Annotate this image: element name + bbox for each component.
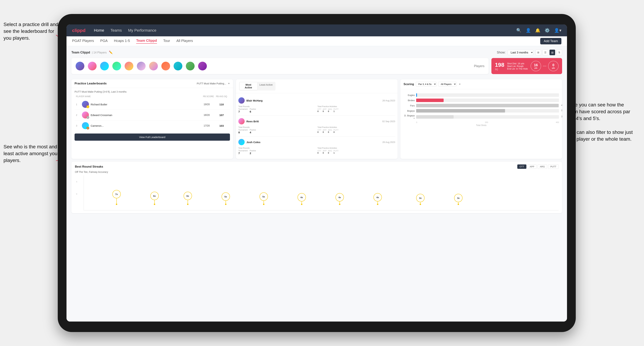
lb-score-2: 18/20 [200, 114, 213, 116]
subnav-hcaps[interactable]: Hcaps 1-5 [114, 39, 130, 43]
add-team-button[interactable]: Add Team [540, 38, 562, 44]
view-icon-filter[interactable]: ⇅ [556, 50, 562, 55]
view-icon-card[interactable]: ▤ [550, 50, 555, 55]
activity-header: Most Active Least Active [236, 79, 398, 93]
par-filter-select[interactable]: Par 3, 4 & 5s Par 3s Par 4s Par 5s [416, 82, 436, 86]
streak-dot-7 [339, 204, 340, 205]
avatar-icon[interactable]: 👤▾ [554, 28, 562, 33]
streaks-subtitle: Off The Tee, Fairway Accuracy [75, 171, 558, 173]
bar-label-dbogeys: D. Bogeys + [404, 114, 415, 120]
bar-chart: Eagles 3 Birdies [404, 92, 559, 128]
streaks-filter-arg[interactable]: ARG [538, 165, 547, 169]
show-select[interactable]: Last 3 months Last 6 months Last year [508, 50, 534, 55]
streaks-title: Best Round Streaks [75, 165, 103, 169]
practice-lb-body: PUTT Must Make Putting (3-6 ft), Last 3 … [72, 88, 233, 143]
subnav-all-players[interactable]: All Players [176, 39, 193, 43]
streak-dot-5 [263, 204, 264, 205]
activity-body: Blair McHarg 26 Aug 2023 Total Rounds To… [236, 93, 398, 159]
scoring-header: Scoring Par 3, 4 & 5s Par 3s Par 4s Par … [400, 79, 562, 89]
practice-lb-title: Practice Leaderboards [74, 82, 106, 85]
lb-rank-2: 2 [76, 114, 80, 116]
chart-x-labels: 0200400 [404, 121, 559, 123]
view-icon-grid[interactable]: ⊞ [536, 50, 541, 55]
player-avatar-9[interactable] [174, 62, 182, 70]
player-avatar-1[interactable] [76, 62, 84, 70]
subnav-tour[interactable]: Tour [163, 39, 170, 43]
annotation-bottom-left: See who is the most and least active amo… [4, 143, 60, 164]
shot-dist: Shot Dist: 16 yds [507, 62, 528, 65]
streaks-filter-app[interactable]: APP [528, 165, 536, 169]
shot-unit: SQ [495, 68, 504, 71]
player-avatar-8[interactable] [161, 62, 170, 70]
players-row: Players [72, 58, 488, 74]
nav-link-teams[interactable]: Teams [110, 28, 122, 33]
settings-icon[interactable]: ⚙️ [544, 28, 550, 33]
shot-circles: 16 yds 0 yds [530, 61, 558, 71]
activity-player-3: Josh Coles 26 Aug 2023 Total Rounds Tour… [238, 137, 395, 157]
streaks-filter-ott[interactable]: OTT [517, 165, 526, 169]
activity-name-2: Rees Britt [246, 120, 380, 123]
subnav-team-clippd[interactable]: Team Clippd [136, 39, 157, 44]
player-avatar-11[interactable] [198, 62, 207, 70]
tab-most-active[interactable]: Most Active [240, 82, 257, 90]
activity-player-1: Blair McHarg 26 Aug 2023 Total Rounds To… [238, 95, 395, 116]
lb-badge-2: 2 [86, 116, 89, 119]
streak-dot-8 [377, 204, 378, 205]
scoring-body: Eagles 3 Birdies [400, 89, 562, 131]
person-icon[interactable]: 👤 [526, 28, 531, 33]
y-label-mid: 0 [76, 193, 77, 195]
streak-bubble-1: 7x [112, 190, 121, 198]
lb-col-name: PLAYER NAME [76, 95, 202, 98]
search-icon[interactable]: 🔍 [516, 28, 522, 33]
shot-number: 198 [495, 62, 504, 68]
streaks-card: Best Round Streaks OTT APP ARG PUTT Off … [72, 162, 562, 213]
shot-circle-2: 0 yds [548, 61, 558, 71]
edit-team-icon[interactable]: ✏️ [109, 51, 113, 54]
bar-row-dbogeys: D. Bogeys + 131 [404, 114, 559, 120]
players-label: Players [474, 64, 484, 68]
nav-link-my-performance[interactable]: My Performance [128, 28, 156, 33]
player-avatar-2[interactable] [88, 62, 96, 70]
nav-link-home[interactable]: Home [94, 28, 104, 33]
y-label-top: 4 [76, 181, 77, 183]
streak-dot-10 [458, 204, 459, 205]
lb-name-1: Richard Butler [91, 103, 199, 106]
lb-row-3: 3 3 Cameron... 17/20 103 [74, 120, 230, 131]
player-filter-select[interactable]: All Players [438, 82, 456, 86]
lb-subtitle: PUTT Must Make Putting (3-6 ft), Last 3 … [74, 90, 230, 93]
view-icon-list[interactable]: ☰ [542, 50, 548, 55]
streak-dot-3 [187, 204, 188, 205]
lb-name-3: Cameron... [91, 124, 199, 127]
streak-bubble-3: 6x [184, 192, 192, 200]
player-avatar-7[interactable] [149, 62, 158, 70]
lb-rank-3: 3 [76, 124, 80, 127]
bar-track-eagles: 3 [416, 93, 559, 97]
streak-line-5 [264, 201, 264, 204]
streak-node-3: 6x [184, 192, 192, 205]
streak-node-10: 3x [454, 194, 462, 205]
view-full-leaderboard-button[interactable]: View Full Leaderboard [74, 134, 230, 141]
streak-bubble-2: 6x [150, 192, 159, 200]
drill-selector[interactable]: PUTT Must Make Putting... ▼ [197, 82, 230, 85]
team-name: Team Clippd [72, 51, 90, 54]
bell-icon[interactable]: 🔔 [535, 28, 540, 33]
player-avatar-5[interactable] [124, 62, 133, 70]
subnav-pgat[interactable]: PGAT Players [72, 39, 94, 43]
bar-label-bogeys: Bogeys [404, 110, 415, 112]
team-player-count: | 14 Players [92, 51, 106, 54]
player-avatar-4[interactable] [112, 62, 121, 70]
subnav-pga[interactable]: PGA [100, 39, 108, 43]
player-avatar-10[interactable] [186, 62, 194, 70]
lb-rank-1: 1 [76, 103, 80, 106]
bar-val-pars: 499 [562, 104, 562, 106]
player-avatar-6[interactable] [137, 62, 146, 70]
streaks-filter-putt[interactable]: PUTT [548, 165, 558, 169]
streak-node-8: 4x [374, 193, 382, 205]
streak-line-6 [302, 201, 302, 204]
streak-line-8 [378, 201, 378, 204]
streak-line-7 [340, 201, 340, 204]
tab-least-active[interactable]: Least Active [257, 82, 275, 90]
lb-col-headers: PLAYER NAME PB SCORE PB AVG SQ [74, 95, 230, 98]
bar-val-dbogeys: 131 [562, 115, 562, 118]
player-avatar-3[interactable] [100, 62, 109, 70]
